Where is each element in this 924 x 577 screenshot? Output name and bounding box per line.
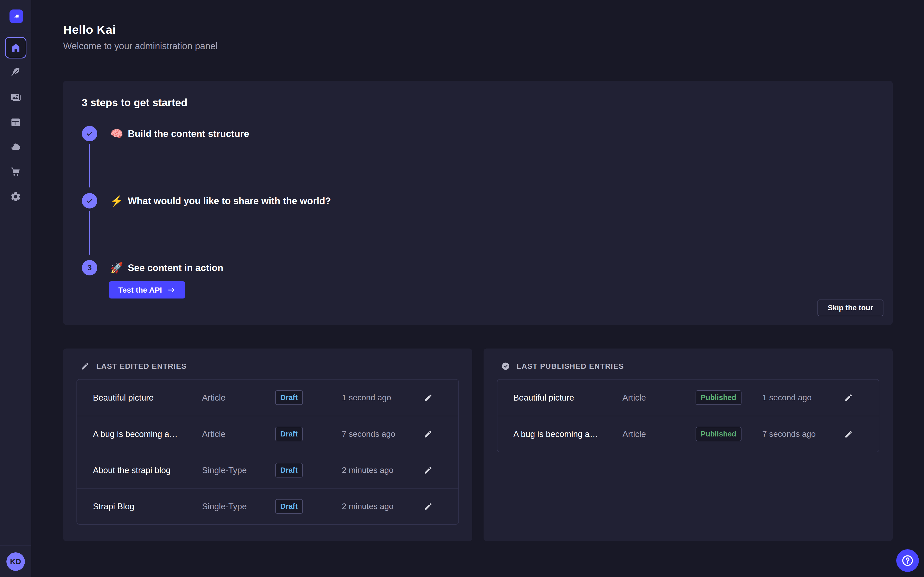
media-library-icon [10,92,21,103]
page-title: Hello Kai [63,23,924,37]
sidebar-footer-divider [0,545,31,546]
main-content: Hello Kai Welcome to your administration… [31,0,924,577]
avatar-initials: KD [10,558,21,566]
brain-emoji-icon: 🧠 [110,128,123,140]
edit-entry-button[interactable] [422,429,434,440]
last-edited-panel: LAST EDITED ENTRIES Beautiful pictureArt… [63,348,472,541]
strapi-logo-icon [12,12,21,21]
layout-icon [10,117,21,128]
entry-type: Single-Type [202,501,275,511]
sidebar-item-settings[interactable] [10,190,22,203]
check-circle-icon [501,362,510,371]
table-row: Strapi BlogSingle-TypeDraft2 minutes ago [77,488,459,524]
entry-title: Strapi Blog [93,501,202,511]
sidebar-divider [0,32,31,32]
status-badge: Published [696,390,741,405]
skip-tour-button[interactable]: Skip the tour [817,300,884,316]
page-header: Hello Kai Welcome to your administration… [63,23,924,52]
check-icon [85,129,94,138]
help-button[interactable] [896,549,919,572]
last-published-header: LAST PUBLISHED ENTRIES [501,362,624,371]
entry-time: 1 second ago [342,393,422,402]
strapi-logo[interactable] [10,10,23,23]
pencil-icon [424,466,433,475]
status-badge: Draft [275,427,303,442]
sidebar-item-cloud[interactable] [10,141,22,153]
onboarding-panel: 3 steps to get started 🧠 Build the conte… [63,81,893,325]
test-api-button[interactable]: Test the API [109,281,185,298]
panel-title: LAST EDITED ENTRIES [96,362,187,371]
edit-entry-button[interactable] [422,501,434,512]
entry-type: Single-Type [202,466,275,475]
status-badge: Draft [275,463,303,477]
last-edited-header: LAST EDITED ENTRIES [81,362,187,371]
entry-title: A bug is becoming a… [93,429,202,439]
table-row: About the strapi blogSingle-TypeDraft2 m… [77,452,459,488]
table-row: A bug is becoming a…ArticleDraft7 second… [77,416,459,452]
onboarding-title: 3 steps to get started [82,97,187,109]
entry-time: 7 seconds ago [762,429,843,439]
step-1-label: 🧠 Build the content structure [110,128,249,140]
table-row: A bug is becoming a…ArticlePublished7 se… [498,416,879,452]
table-row: Beautiful pictureArticleDraft1 second ag… [77,380,459,416]
sidebar-item-content-manager[interactable] [10,66,22,79]
table-row: Beautiful pictureArticlePublished1 secon… [498,380,879,416]
home-icon [10,42,21,53]
entry-time: 1 second ago [762,393,843,402]
status-badge: Draft [275,390,303,405]
pencil-icon [424,502,433,511]
feather-pen-icon [10,67,21,78]
lightning-emoji-icon: ⚡ [110,195,123,207]
entry-type: Article [622,393,696,403]
step-2-label: ⚡ What would you like to share with the … [110,195,331,207]
step-3-label: 🚀 See content in action [110,262,223,274]
page-subtitle: Welcome to your administration panel [63,41,924,52]
entry-title: Beautiful picture [93,393,202,403]
pencil-icon [844,393,853,402]
cart-icon [10,166,21,177]
gear-icon [10,191,21,202]
entry-title: About the strapi blog [93,466,202,475]
entry-title: Beautiful picture [513,393,622,403]
arrow-right-icon [167,286,176,294]
entry-time: 2 minutes ago [342,466,422,475]
entry-type: Article [202,429,275,439]
tables-row: LAST EDITED ENTRIES Beautiful pictureArt… [63,348,893,541]
step-1-indicator [82,126,97,141]
panel-title: LAST PUBLISHED ENTRIES [517,362,624,371]
edit-entry-button[interactable] [843,429,854,440]
entry-title: A bug is becoming a… [513,429,622,439]
sidebar-item-marketplace[interactable] [10,166,22,178]
entry-type: Article [622,429,696,439]
step-connector [89,144,90,187]
question-circle-icon [901,554,914,567]
step-3-indicator: 3 [82,260,97,276]
edit-entry-button[interactable] [422,465,434,476]
pencil-icon [844,430,853,438]
status-badge: Draft [275,499,303,514]
step-connector [89,211,90,255]
pencil-icon [424,430,433,438]
avatar[interactable]: KD [6,552,25,571]
pencil-icon [81,362,90,371]
entry-time: 2 minutes ago [342,501,422,511]
cloud-icon [10,141,21,153]
edit-entry-button[interactable] [843,392,854,403]
last-published-table: Beautiful pictureArticlePublished1 secon… [497,379,879,452]
step-2-indicator [82,193,97,208]
rocket-emoji-icon: 🚀 [110,262,123,274]
sidebar-item-media-library[interactable] [10,91,22,103]
check-icon [85,197,94,205]
last-edited-table: Beautiful pictureArticleDraft1 second ag… [76,379,459,525]
status-badge: Published [696,427,741,442]
edit-entry-button[interactable] [422,392,434,403]
pencil-icon [424,393,433,402]
entry-type: Article [202,393,275,403]
entry-time: 7 seconds ago [342,429,422,439]
sidebar: KD [0,0,31,577]
last-published-panel: LAST PUBLISHED ENTRIES Beautiful picture… [483,348,893,541]
sidebar-item-content-type-builder[interactable] [10,116,22,129]
sidebar-item-home[interactable] [5,37,26,58]
